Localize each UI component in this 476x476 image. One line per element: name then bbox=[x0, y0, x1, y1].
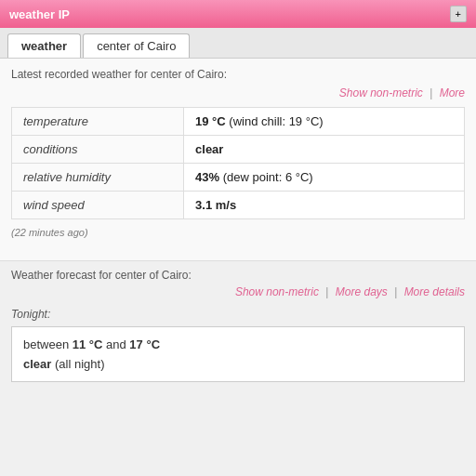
forecast-section: Weather forecast for center of Cairo: Sh… bbox=[0, 260, 476, 390]
current-weather-section: Latest recorded weather for center of Ca… bbox=[11, 68, 465, 238]
tab-bar: weather center of Cairo bbox=[0, 28, 476, 59]
weather-table: temperature 19 °C (wind chill: 19 °C) co… bbox=[11, 107, 465, 219]
forecast-show-non-metric-link[interactable]: Show non-metric bbox=[235, 285, 319, 298]
tab-weather[interactable]: weather bbox=[7, 33, 81, 58]
value-wind: 3.1 m/s bbox=[184, 192, 465, 219]
extra-humidity: (dew point: 6 °C) bbox=[223, 170, 313, 184]
tab-location[interactable]: center of Cairo bbox=[83, 33, 190, 58]
table-row: conditions clear bbox=[12, 136, 465, 164]
time-ago: (22 minutes ago) bbox=[11, 227, 465, 238]
label-humidity: relative humidity bbox=[12, 164, 184, 192]
label-wind: wind speed bbox=[12, 192, 184, 219]
more-details-link[interactable]: More details bbox=[404, 285, 465, 298]
value-temperature: 19 °C (wind chill: 19 °C) bbox=[184, 108, 465, 136]
extra-temperature: (wind chill: 19 °C) bbox=[229, 114, 323, 128]
forecast-box: between 11 °C and 17 °C clear clear (all… bbox=[11, 326, 465, 382]
table-row: relative humidity 43% (dew point: 6 °C) bbox=[12, 164, 465, 192]
app-title: weather IP bbox=[9, 7, 70, 21]
current-weather-header: Latest recorded weather for center of Ca… bbox=[11, 68, 465, 81]
current-weather-links: Show non-metric | More bbox=[11, 86, 465, 99]
tonight-conditions: clear clear (all night) (all night) bbox=[23, 354, 453, 374]
title-bar: weather IP + bbox=[0, 0, 476, 28]
forecast-header: Weather forecast for center of Cairo: bbox=[11, 269, 465, 282]
value-conditions: clear bbox=[184, 136, 465, 164]
table-row: wind speed 3.1 m/s bbox=[12, 192, 465, 219]
tonight-temp-range: between 11 °C and 17 °C bbox=[23, 335, 453, 354]
value-humidity: 43% (dew point: 6 °C) bbox=[184, 164, 465, 192]
more-days-link[interactable]: More days bbox=[336, 285, 388, 298]
main-content: Latest recorded weather for center of Ca… bbox=[0, 59, 476, 260]
show-non-metric-link[interactable]: Show non-metric bbox=[339, 86, 423, 99]
add-button[interactable]: + bbox=[450, 6, 467, 22]
more-link[interactable]: More bbox=[440, 86, 465, 99]
label-temperature: temperature bbox=[12, 108, 184, 136]
forecast-links: Show non-metric | More days | More detai… bbox=[11, 285, 465, 298]
table-row: temperature 19 °C (wind chill: 19 °C) bbox=[12, 108, 465, 136]
label-conditions: conditions bbox=[12, 136, 184, 164]
tonight-header: Tonight: bbox=[11, 308, 465, 321]
